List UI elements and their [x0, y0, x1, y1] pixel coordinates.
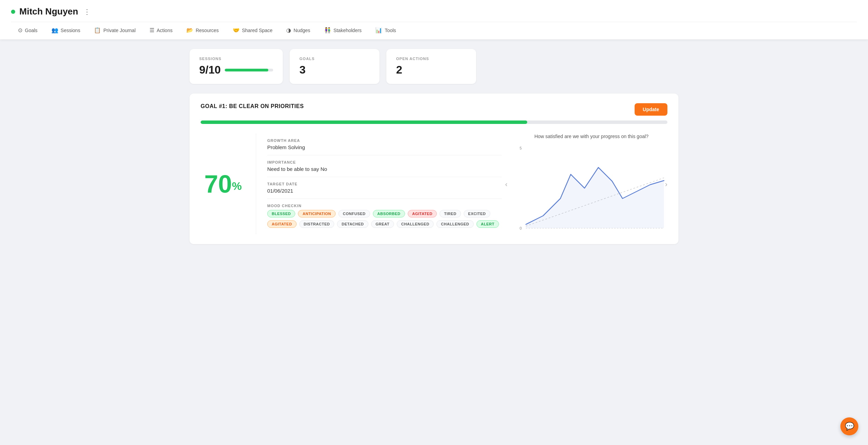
chart-next-button[interactable]: › — [665, 180, 667, 188]
nudges-icon: ◑ — [286, 27, 291, 33]
chart-svg-container: 5 0 — [515, 143, 667, 234]
stakeholders-icon: 👫 — [324, 27, 331, 33]
goals-icon: ⊙ — [18, 27, 22, 33]
goal-percent-value: 70 — [204, 172, 232, 196]
resources-icon: 📂 — [186, 27, 193, 33]
mood-tags: BLESSED ANTICIPATION CONFUSED ABSORBED A… — [267, 210, 502, 228]
open-actions-value: 2 — [396, 64, 466, 76]
mood-tag-challenged-2[interactable]: CHALLENGED — [436, 220, 473, 228]
mood-checkin-label: MOOD CHECKIN — [267, 204, 502, 208]
update-button[interactable]: Update — [635, 103, 667, 116]
nav-private-journal-label: Private Journal — [103, 28, 135, 33]
importance-block: IMPORTANCE Need to be able to say No — [267, 155, 502, 177]
sessions-progress-row: 9/10 — [199, 64, 273, 76]
nav-tools[interactable]: 📊 Tools — [368, 22, 403, 39]
user-status-dot — [11, 10, 15, 14]
mood-tag-detached[interactable]: DETACHED — [337, 220, 368, 228]
importance-value: Need to be able to say No — [267, 166, 502, 172]
chat-bubble-icon: 💬 — [845, 422, 854, 431]
nav-sessions[interactable]: 👥 Sessions — [45, 22, 87, 39]
goal-body: 70% GROWTH AREA Problem Solving IMPORTAN… — [201, 134, 667, 234]
actions-icon: ☰ — [150, 27, 154, 33]
mood-checkin-block: MOOD CHECKIN BLESSED ANTICIPATION CONFUS… — [267, 199, 502, 233]
goal-progress-fill — [201, 120, 527, 124]
mood-tag-blessed[interactable]: BLESSED — [267, 210, 295, 217]
shared-space-icon: 🤝 — [233, 27, 240, 33]
nav-tools-label: Tools — [385, 28, 396, 33]
sessions-progress-fill — [225, 69, 268, 71]
mood-tag-anticipation[interactable]: ANTICIPATION — [298, 210, 336, 217]
importance-label: IMPORTANCE — [267, 160, 502, 164]
nav-resources[interactable]: 📂 Resources — [180, 22, 226, 39]
nav-sessions-label: Sessions — [61, 28, 80, 33]
svg-marker-4 — [526, 167, 664, 228]
goal-details: GROWTH AREA Problem Solving IMPORTANCE N… — [256, 134, 502, 234]
nav-shared-space[interactable]: 🤝 Shared Space — [226, 22, 280, 39]
chat-bubble-button[interactable]: 💬 — [840, 417, 858, 435]
sessions-card: SESSIONS 9/10 — [190, 49, 283, 84]
mood-tag-excited[interactable]: EXCITED — [464, 210, 490, 217]
user-name: Mitch Nguyen — [19, 6, 78, 17]
nav-shared-space-label: Shared Space — [242, 28, 273, 33]
mood-tag-tired[interactable]: TIRED — [440, 210, 461, 217]
mood-tag-distracted[interactable]: DISTRACTED — [299, 220, 335, 228]
growth-area-label: GROWTH AREA — [267, 138, 502, 143]
nav-stakeholders[interactable]: 👫 Stakeholders — [317, 22, 369, 39]
main-content: SESSIONS 9/10 GOALS 3 OPEN ACTIONS 2 GOA… — [179, 39, 689, 254]
menu-dots[interactable]: ⋮ — [84, 8, 91, 16]
nav-actions-label: Actions — [157, 28, 173, 33]
nav-private-journal[interactable]: 📋 Private Journal — [87, 22, 142, 39]
growth-area-value: Problem Solving — [267, 144, 502, 150]
goal-progress-bar — [201, 120, 667, 124]
chart-title: How satisfied are we with your progress … — [515, 134, 667, 139]
progress-chart: 5 0 — [515, 143, 667, 233]
target-date-block: TARGET DATE 01/06/2021 — [267, 177, 502, 199]
open-actions-card: OPEN ACTIONS 2 — [386, 49, 476, 84]
nav-nudges-label: Nudges — [293, 28, 310, 33]
mood-tag-agitated-2[interactable]: AGITATED — [267, 220, 297, 228]
nav-goals[interactable]: ⊙ Goals — [11, 22, 45, 39]
mood-tag-absorbed[interactable]: ABSORBED — [373, 210, 405, 217]
goal-header: GOAL #1: BE CLEAR ON PRIORITIES Update — [201, 103, 667, 116]
sessions-label: SESSIONS — [199, 57, 273, 61]
goals-label: GOALS — [299, 57, 370, 61]
goals-value: 3 — [299, 64, 370, 76]
goal-percent-container: 70% — [201, 134, 256, 234]
goal-chart: How satisfied are we with your progress … — [502, 134, 667, 234]
goals-card: GOALS 3 — [290, 49, 379, 84]
mood-tag-agitated-1[interactable]: AGITATED — [408, 210, 437, 217]
nav-nudges[interactable]: ◑ Nudges — [279, 22, 317, 39]
svg-text:5: 5 — [520, 146, 522, 150]
sessions-icon: 👥 — [51, 27, 58, 33]
sessions-progress-bar — [225, 69, 273, 71]
nav-goals-label: Goals — [25, 28, 38, 33]
mood-tag-alert[interactable]: ALERT — [476, 220, 499, 228]
chart-prev-button[interactable]: ‹ — [505, 180, 508, 188]
navigation: ⊙ Goals 👥 Sessions 📋 Private Journal ☰ A… — [11, 22, 857, 39]
tools-icon: 📊 — [375, 27, 382, 33]
target-date-label: TARGET DATE — [267, 182, 502, 186]
sessions-value: 9/10 — [199, 64, 221, 76]
nav-actions[interactable]: ☰ Actions — [143, 22, 180, 39]
nav-resources-label: Resources — [196, 28, 219, 33]
private-journal-icon: 📋 — [94, 27, 101, 33]
growth-area-block: GROWTH AREA Problem Solving — [267, 134, 502, 155]
svg-text:0: 0 — [520, 226, 522, 230]
goal-title: GOAL #1: BE CLEAR ON PRIORITIES — [201, 103, 304, 109]
goal-percent-sign: % — [232, 180, 242, 193]
nav-stakeholders-label: Stakeholders — [334, 28, 362, 33]
mood-tag-challenged-1[interactable]: CHALLENGED — [397, 220, 434, 228]
target-date-value: 01/06/2021 — [267, 188, 502, 194]
goal-section: GOAL #1: BE CLEAR ON PRIORITIES Update 7… — [190, 94, 678, 244]
mood-tag-great[interactable]: GREAT — [371, 220, 394, 228]
header: Mitch Nguyen ⋮ ⊙ Goals 👥 Sessions 📋 Priv… — [0, 0, 868, 39]
open-actions-label: OPEN ACTIONS — [396, 57, 466, 61]
stats-row: SESSIONS 9/10 GOALS 3 OPEN ACTIONS 2 — [190, 49, 678, 84]
mood-tag-confused[interactable]: CONFUSED — [338, 210, 370, 217]
